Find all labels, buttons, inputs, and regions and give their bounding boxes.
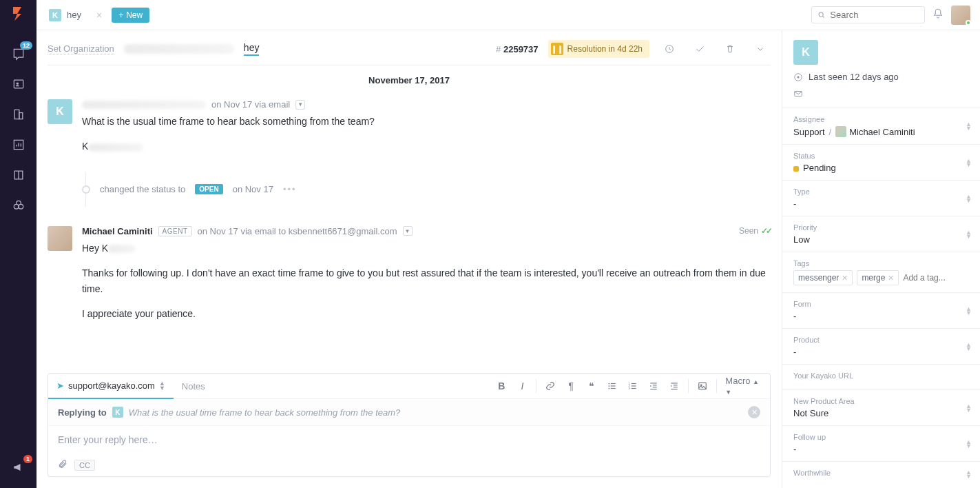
- search-icon: [817, 10, 826, 20]
- more-options-button[interactable]: [750, 43, 771, 54]
- status-dot-icon: [793, 166, 799, 172]
- nav-announcements[interactable]: 1: [0, 452, 37, 482]
- topbar: K hey × + New: [37, 0, 980, 30]
- main-area: K hey × + New Set Organization hey: [37, 0, 980, 488]
- conversation-title[interactable]: hey: [244, 42, 260, 56]
- field-selector-icon[interactable]: ▲▼: [966, 122, 972, 131]
- email-row: [793, 89, 969, 101]
- reply-textarea[interactable]: Enter your reply here…: [48, 426, 770, 454]
- svg-rect-23: [653, 387, 657, 387]
- italic-button[interactable]: I: [512, 376, 532, 396]
- new-button-label: New: [126, 10, 143, 20]
- svg-point-11: [609, 388, 610, 389]
- new-product-area-field[interactable]: New Product Area Not Sure ▲▼: [782, 389, 980, 425]
- search-input[interactable]: [830, 10, 919, 20]
- status-change-activity: changed the status to OPEN on Nov 17 •••: [82, 172, 771, 207]
- field-selector-icon[interactable]: ▲▼: [966, 439, 972, 448]
- tags-field: Tags messenger✕ merge✕: [782, 252, 980, 292]
- svg-point-9: [609, 383, 610, 385]
- snooze-button[interactable]: [659, 43, 680, 54]
- nav-organizations[interactable]: [0, 99, 37, 130]
- set-organization-link[interactable]: Set Organization: [48, 43, 114, 54]
- assignee-field[interactable]: Assignee Support / Michael Caminiti ▲▼: [782, 108, 980, 144]
- field-selector-icon[interactable]: ▲▼: [966, 342, 972, 351]
- reply-tabs: ➤ support@kayako.com ▲▼ Notes B I ¶ ❝ 12…: [48, 374, 770, 399]
- replying-to-close-button[interactable]: ✕: [748, 406, 760, 418]
- link-button[interactable]: [541, 376, 560, 396]
- field-selector-icon[interactable]: ▲▼: [966, 306, 972, 315]
- trash-button[interactable]: [720, 43, 740, 54]
- svg-rect-28: [671, 389, 678, 389]
- message-meta-text: on Nov 17 via email: [211, 99, 290, 110]
- status-field[interactable]: Status Pending ▲▼: [782, 144, 980, 180]
- nav-helpcenter[interactable]: [0, 160, 37, 190]
- field-selector-icon[interactable]: ▲▼: [966, 158, 972, 167]
- field-selector-icon[interactable]: ▲▼: [966, 403, 972, 412]
- reply-tab-notes[interactable]: Notes: [174, 374, 213, 398]
- channel-selector-icon[interactable]: ▲▼: [159, 381, 165, 390]
- details-panel: K Last seen 12 days ago Assignee Support…: [782, 30, 980, 488]
- ticket-id: # 2259737: [496, 44, 538, 54]
- field-selector-icon[interactable]: ▲▼: [966, 194, 972, 203]
- message-agent: Michael Caminiti AGENT on Nov 17 via ema…: [48, 226, 771, 332]
- message-options-dropdown[interactable]: ▼: [403, 226, 413, 236]
- message-options-dropdown[interactable]: ▼: [295, 100, 305, 110]
- outdent-button[interactable]: [644, 376, 663, 396]
- nav-inbox-badge: 12: [20, 41, 32, 50]
- unordered-list-button[interactable]: [603, 376, 622, 396]
- resolution-timer-badge[interactable]: ❙❙ Resolution in 4d 22h: [548, 40, 649, 58]
- paragraph-button[interactable]: ¶: [561, 376, 581, 396]
- open-tab[interactable]: K hey: [43, 6, 87, 24]
- notifications-button[interactable]: [932, 8, 944, 23]
- macro-button[interactable]: Macro ▲▼: [721, 376, 763, 396]
- field-selector-icon[interactable]: ▲▼: [966, 230, 972, 238]
- field-selector-icon[interactable]: ▲▼: [966, 470, 972, 479]
- svg-point-7: [819, 12, 823, 16]
- replying-to-label: Replying to: [58, 407, 107, 418]
- follow-up-field[interactable]: Follow up - ▲▼: [782, 425, 980, 461]
- image-button[interactable]: [693, 376, 712, 396]
- nav-reports[interactable]: [0, 130, 37, 160]
- type-field[interactable]: Type - ▲▼: [782, 180, 980, 216]
- replying-to-avatar: K: [112, 407, 123, 418]
- presence-indicator: [966, 20, 971, 26]
- cc-button[interactable]: CC: [74, 460, 95, 471]
- replying-to-text: What is the usual time frame to hear bac…: [129, 407, 742, 418]
- priority-field[interactable]: Priority Low ▲▼: [782, 216, 980, 252]
- worthwhile-field[interactable]: Worthwhile ▲▼: [782, 461, 980, 487]
- product-field[interactable]: Product - ▲▼: [782, 328, 980, 364]
- svg-rect-14: [611, 388, 616, 389]
- agent-badge: AGENT: [158, 226, 192, 236]
- kayako-url-field[interactable]: Your Kayako URL: [782, 364, 980, 389]
- tab-close-button[interactable]: ×: [94, 10, 105, 21]
- bold-button[interactable]: B: [492, 376, 511, 396]
- form-field[interactable]: Form - ▲▼: [782, 292, 980, 328]
- svg-point-1: [16, 83, 18, 85]
- name-redacted: [108, 245, 136, 253]
- app-logo[interactable]: [10, 6, 27, 22]
- user-avatar-menu[interactable]: [951, 6, 970, 25]
- ordered-list-button[interactable]: 123: [623, 376, 643, 396]
- svg-rect-20: [632, 388, 636, 389]
- quote-button[interactable]: ❝: [582, 376, 601, 396]
- tag-chip[interactable]: messenger✕: [793, 270, 853, 285]
- mail-icon: [793, 89, 803, 99]
- requester-avatar[interactable]: K: [793, 40, 818, 65]
- send-arrow-icon: ➤: [56, 380, 64, 391]
- nav-contacts[interactable]: [0, 69, 37, 99]
- activity-more-button[interactable]: •••: [283, 184, 297, 194]
- indent-button[interactable]: [665, 376, 684, 396]
- tag-remove-button[interactable]: ✕: [888, 274, 894, 283]
- add-tag-input[interactable]: [903, 273, 951, 283]
- attachment-button[interactable]: [58, 459, 67, 471]
- tag-remove-button[interactable]: ✕: [842, 274, 848, 283]
- search-box[interactable]: [811, 6, 925, 23]
- svg-rect-2: [14, 110, 19, 119]
- tag-chip[interactable]: merge✕: [857, 270, 899, 285]
- conversation-body: November 17, 2017 K on Nov 17 via email …: [37, 65, 782, 373]
- nav-inbox[interactable]: 12: [0, 39, 37, 69]
- reply-tab-email[interactable]: ➤ support@kayako.com ▲▼: [48, 374, 174, 399]
- nav-apps[interactable]: [0, 190, 37, 221]
- complete-button[interactable]: [689, 43, 710, 54]
- new-button[interactable]: + New: [112, 8, 149, 23]
